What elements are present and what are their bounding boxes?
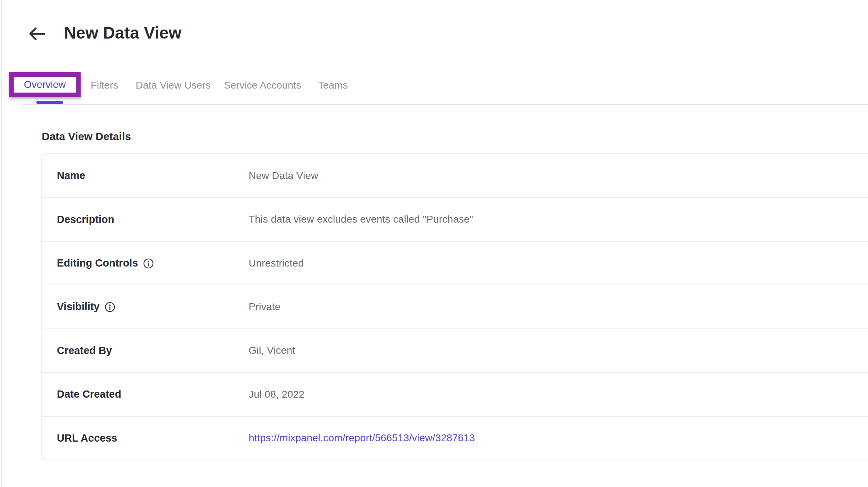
url-access-link[interactable]: https://mixpanel.com/report/566513/view/… (249, 432, 475, 443)
row-label-name: Name (57, 170, 85, 182)
section-heading: Data View Details (42, 130, 131, 143)
left-arrow-icon (29, 36, 45, 41)
row-label-visibility: Visibility (57, 301, 100, 313)
annotation-highlight-box: Overview (9, 72, 81, 97)
table-row: Name New Data View (42, 154, 868, 197)
tab-service-accounts[interactable]: Service Accounts (224, 80, 301, 91)
tab-filters[interactable]: Filters (91, 80, 118, 91)
row-value-description: This data view excludes events called "P… (249, 214, 473, 225)
row-label-created-by: Created By (57, 345, 112, 357)
table-row: Date Created Jul 08, 2022 (42, 372, 868, 416)
info-icon[interactable] (143, 258, 154, 269)
page-title: New Data View (64, 23, 181, 43)
tab-bar-divider (23, 104, 868, 105)
table-row: Editing Controls Unrestricted (42, 241, 868, 285)
row-value-name: New Data View (249, 170, 318, 182)
tab-overview[interactable]: Overview (24, 79, 66, 90)
tab-teams[interactable]: Teams (318, 80, 348, 91)
details-card: Name New Data View Description This data… (41, 153, 868, 460)
row-label-description: Description (57, 214, 114, 225)
table-row: Visibility Private (42, 285, 868, 328)
table-row: Created By Gil, Vicent (42, 329, 868, 372)
row-value-date-created: Jul 08, 2022 (249, 389, 304, 400)
left-panel-edge (1, 0, 2, 487)
row-value-created-by: Gil, Vicent (249, 345, 295, 356)
row-value-editing-controls: Unrestricted (249, 258, 304, 269)
table-row: URL Access https://mixpanel.com/report/5… (42, 416, 868, 460)
info-icon[interactable] (104, 301, 116, 313)
active-tab-indicator (36, 101, 63, 104)
row-label-editing-controls: Editing Controls (57, 257, 138, 269)
row-label-date-created: Date Created (57, 388, 121, 400)
row-value-visibility: Private (249, 301, 281, 313)
table-row: Description This data view excludes even… (42, 197, 868, 241)
back-button[interactable] (27, 26, 47, 42)
tab-data-view-users[interactable]: Data View Users (136, 80, 211, 91)
row-label-url-access: URL Access (57, 432, 117, 444)
data-view-settings-page: New Data View Overview Filters Data View… (0, 0, 868, 487)
